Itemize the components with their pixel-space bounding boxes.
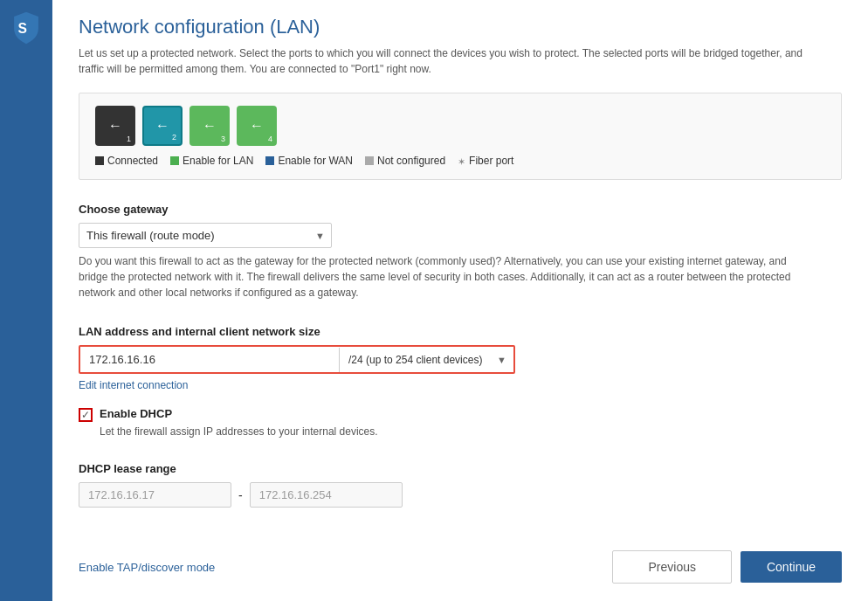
dhcp-sublabel: Let the firewall assign IP addresses to … xyxy=(100,425,842,438)
lan-ip-input[interactable] xyxy=(80,347,339,372)
dhcp-range-start-input[interactable] xyxy=(79,482,231,508)
page-wrapper: S Network configuration (LAN) Let us set… xyxy=(0,0,868,601)
nav-buttons: Previous Continue xyxy=(612,550,842,584)
port-icon-2: ← xyxy=(155,118,169,134)
edit-internet-connection-link[interactable]: Edit internet connection xyxy=(79,379,842,391)
gateway-description: Do you want this firewall to act as the … xyxy=(79,253,803,300)
gateway-section-label: Choose gateway xyxy=(79,203,842,216)
legend-not-configured: Not configured xyxy=(365,155,445,167)
page-title: Network configuration (LAN) xyxy=(79,16,842,38)
legend-label-wan: Enable for WAN xyxy=(278,155,353,167)
dhcp-checkbox[interactable]: ✓ xyxy=(79,408,93,422)
gateway-select-wrapper: This firewall (route mode) Existing inte… xyxy=(79,223,332,248)
legend-label-fiber: Fiber port xyxy=(469,155,513,167)
dhcp-range-separator: - xyxy=(238,488,243,502)
port-button-2[interactable]: ← 2 xyxy=(142,106,183,146)
port-button-3[interactable]: ← 3 xyxy=(189,106,230,146)
port-button-1[interactable]: ← 1 xyxy=(95,106,135,146)
gateway-select[interactable]: This firewall (route mode) Existing inte… xyxy=(79,223,332,248)
legend-dot-lan xyxy=(170,156,179,165)
port-num-3: 3 xyxy=(221,135,225,143)
port-num-4: 4 xyxy=(268,135,272,143)
legend-dot-fiber: ✶ xyxy=(458,156,465,165)
legend-label-not-configured: Not configured xyxy=(377,155,445,167)
bottom-bar: Enable TAP/discover mode Previous Contin… xyxy=(79,533,842,584)
legend-lan: Enable for LAN xyxy=(170,155,253,167)
legend-label-lan: Enable for LAN xyxy=(183,155,253,167)
lan-address-row: /24 (up to 254 client devices) /25 (up t… xyxy=(79,345,515,374)
logo-icon: S xyxy=(9,10,44,45)
legend-dot-connected xyxy=(95,156,104,165)
port-icon-1: ← xyxy=(108,118,122,134)
ports-box: ← 1 ← 2 ← 3 ← 4 xyxy=(79,93,842,180)
dhcp-checkmark-icon: ✓ xyxy=(81,409,90,421)
dhcp-label: Enable DHCP xyxy=(100,407,172,420)
lan-section-label: LAN address and internal client network … xyxy=(79,325,842,338)
dhcp-checkbox-row: ✓ Enable DHCP xyxy=(79,407,842,422)
dhcp-range-row: - xyxy=(79,482,842,508)
port-button-4[interactable]: ← 4 xyxy=(237,106,277,146)
previous-button[interactable]: Previous xyxy=(612,550,731,584)
svg-text:S: S xyxy=(17,21,26,36)
legend-row: Connected Enable for LAN Enable for WAN … xyxy=(95,155,825,167)
legend-label-connected: Connected xyxy=(107,155,158,167)
legend-dot-wan xyxy=(265,156,274,165)
port-num-2: 2 xyxy=(172,133,176,142)
sidebar: S xyxy=(0,0,52,601)
port-icon-3: ← xyxy=(203,118,217,134)
legend-fiber: ✶ Fiber port xyxy=(458,155,513,167)
ports-row: ← 1 ← 2 ← 3 ← 4 xyxy=(95,106,825,146)
legend-wan: Enable for WAN xyxy=(265,155,353,167)
page-description: Let us set up a protected network. Selec… xyxy=(79,45,803,77)
port-num-1: 1 xyxy=(127,135,131,143)
dhcp-range-end-input[interactable] xyxy=(250,482,403,508)
tap-discover-link[interactable]: Enable TAP/discover mode xyxy=(79,561,215,574)
dhcp-range-label: DHCP lease range xyxy=(79,462,842,475)
lan-subnet-select-wrapper: /24 (up to 254 client devices) /25 (up t… xyxy=(339,347,513,372)
lan-subnet-select[interactable]: /24 (up to 254 client devices) /25 (up t… xyxy=(339,348,513,372)
continue-button[interactable]: Continue xyxy=(741,551,842,583)
port-icon-4: ← xyxy=(250,118,264,134)
legend-dot-not-configured xyxy=(365,156,374,165)
main-content: Network configuration (LAN) Let us set u… xyxy=(52,0,868,601)
legend-connected: Connected xyxy=(95,155,158,167)
